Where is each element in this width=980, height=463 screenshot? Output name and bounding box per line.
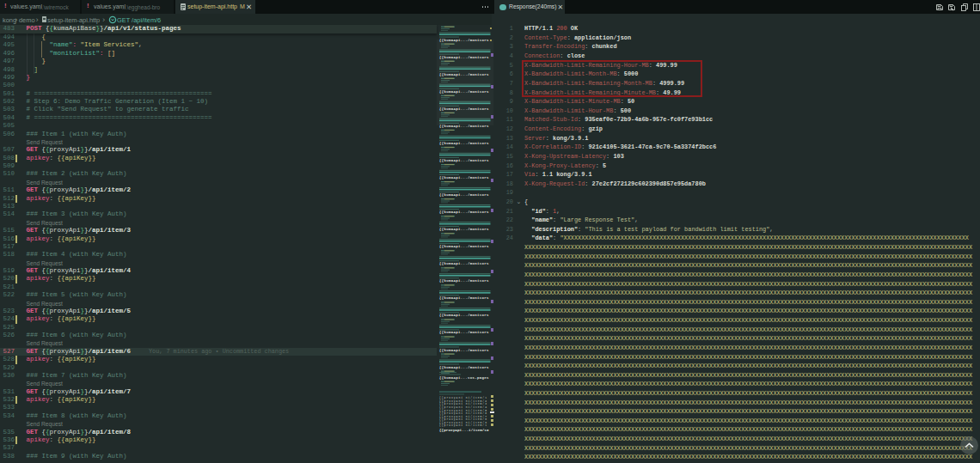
svg-text:{{kumaApi.../monitors: {{kumaApi.../monitors — [439, 228, 489, 231]
svg-text:{{proxyApi...i/item/10: {{proxyApi...i/item/10 — [439, 429, 489, 432]
svg-text:{{kumaApi.../monitors: {{kumaApi.../monitors — [439, 245, 489, 248]
svg-text:{{kumaApi.../monitors: {{kumaApi.../monitors — [439, 73, 489, 76]
svg-text:{{kumaApi.../monitors: {{kumaApi.../monitors — [439, 210, 489, 214]
svg-text:{{kumaApi.../monitors: {{kumaApi.../monitors — [439, 159, 489, 162]
svg-text:{{kumaApi.../monitors: {{kumaApi.../monitors — [439, 107, 489, 111]
svg-text:{{kumaApi.../monitors: {{kumaApi.../monitors — [439, 314, 489, 317]
svg-text:{{kumaApi.../monitors: {{kumaApi.../monitors — [439, 262, 489, 265]
svg-text:{{kumaApi.../monitors: {{kumaApi.../monitors — [439, 39, 489, 42]
svg-text:{{kumaApi...tus-pages: {{kumaApi...tus-pages — [439, 376, 489, 380]
svg-text:{{kumaApi.../monitors: {{kumaApi.../monitors — [439, 176, 489, 180]
svg-text:{{kumaApi.../monitors: {{kumaApi.../monitors — [439, 349, 489, 352]
svg-text:{{proxyAni ni/item/1: {{proxyAni ni/item/1 — [439, 423, 487, 427]
svg-text:{{kumaApi.../monitors: {{kumaApi.../monitors — [439, 296, 489, 300]
svg-text:{{kumaApi.../monitors: {{kumaApi.../monitors — [439, 56, 489, 59]
svg-text:{{kumaApi.../monitors: {{kumaApi.../monitors — [439, 366, 489, 369]
svg-text:{{kumaApi.../monitors: {{kumaApi.../monitors — [439, 193, 489, 197]
svg-text:{{kumaApi.../monitors: {{kumaApi.../monitors — [439, 142, 489, 145]
svg-text:{{kumaApi.../monitors: {{kumaApi.../monitors — [439, 279, 489, 283]
svg-text:{{kumaApi.../monitors: {{kumaApi.../monitors — [439, 125, 489, 128]
svg-text:{{kumaApi.../monitors: {{kumaApi.../monitors — [439, 90, 489, 94]
svg-text:{{kumaApi.../monitors: {{kumaApi.../monitors — [439, 331, 489, 334]
